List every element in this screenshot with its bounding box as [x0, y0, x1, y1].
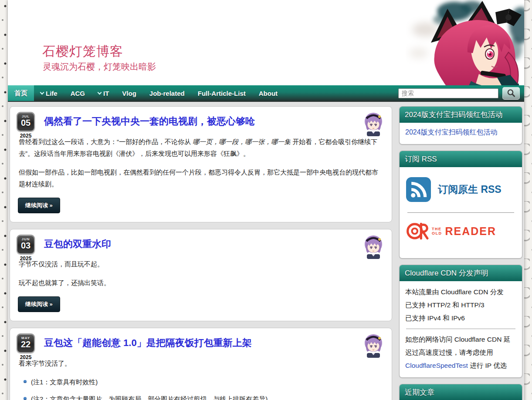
note-text: 如您的网络访问 Cloudflare CDN 延迟过高速度过慢，请考虑使用	[405, 336, 510, 356]
cloudflare-note: 如您的网络访问 Cloudflare CDN 延迟过高速度过慢，请考虑使用 Cl…	[405, 333, 516, 373]
nav-item-job-related[interactable]: Job-related	[143, 85, 191, 101]
post-title-link[interactable]: 豆包的双重水印	[44, 239, 111, 249]
post-paragraph: 但假如一部作品，比如一部电视剧，在偶然看到的任何一个片段，都恶习得令人反胃，那它…	[19, 166, 383, 190]
post-note-item: (注1：文章具有时效性)	[31, 376, 384, 388]
post-title: 豆包这「超能创意 1.0」是把隔夜饭打包重新上架	[44, 337, 352, 350]
post-card: JUL 05 2025 偶然看了一下央视中央一套的电视剧，被恶心够呛	[10, 106, 392, 222]
nav-item-label: ACG	[71, 90, 85, 97]
post-date-day: 03	[17, 241, 34, 250]
widget-body: 本站流量由 Cloudflare CDN 分发 已支持 HTTP/2 和 HTT…	[400, 281, 522, 377]
post-excerpt: 曾经看到过这么一段话，大意为：“一部好的作品，不论你从 哪一页，哪一段，哪一张，…	[18, 136, 384, 214]
calendar-icon: JUN 03	[17, 235, 35, 254]
post-note-item: (注2：文章包含大量图片。为照顾布局，部分图片有经过剪切，与线上排版有差异)	[31, 393, 384, 400]
sidebar: 2024版支付宝扫码领红包活动 2024版支付宝扫码领红包活动 订阅 RSS	[399, 106, 522, 400]
nav-item-label: Life	[46, 90, 58, 97]
widget-header: 订阅 RSS	[400, 151, 522, 167]
nav-item-label: IT	[103, 90, 109, 97]
post-date-year: 2025	[15, 255, 36, 262]
post-card: MAY 22 2025 豆包这「超能创意 1.0」是把隔夜饭打包重新上架	[10, 328, 392, 400]
nav-item-full-article-list[interactable]: Full-Article-List	[191, 85, 252, 101]
nav-item-about[interactable]: About	[252, 85, 284, 101]
site-subtitle: 灵魂沉为石樱，灯笼映出暗影	[43, 61, 156, 73]
post-paragraph: 看来字节没活了。	[19, 357, 383, 369]
chevron-down-icon	[40, 91, 44, 95]
nav-item-home[interactable]: 首页	[8, 85, 34, 101]
widget-header: Cloudflare CDN 分发声明	[400, 265, 522, 281]
post-paragraph: 玩不起也就算了，还搞出笑话。	[19, 277, 383, 289]
old-reader-link[interactable]: THE OLD READER	[405, 214, 516, 253]
post-title-link[interactable]: 豆包这「超能创意 1.0」是把隔夜饭打包重新上架	[44, 337, 252, 348]
chevron-down-icon	[98, 91, 102, 95]
post-card: JUN 03 2025 豆包的双重水印	[10, 229, 392, 322]
post-list: JUL 05 2025 偶然看了一下央视中央一套的电视剧，被恶心够呛	[10, 106, 392, 400]
nav-item-life[interactable]: Life	[34, 85, 64, 101]
nav-item-label: About	[259, 90, 278, 97]
calendar-icon: MAY 22	[17, 333, 35, 353]
author-avatar[interactable]	[363, 234, 384, 259]
old-reader-wordmark: READER	[445, 225, 497, 238]
widget-body: 2024版支付宝扫码领红包活动	[400, 123, 522, 144]
nav-item-label: Full-Article-List	[198, 90, 246, 97]
widget-body: 订阅原生 RSS THE OLD READER	[400, 167, 522, 258]
widget-alipay-promo: 2024版支付宝扫码领红包活动 2024版支付宝扫码领红包活动	[399, 106, 522, 145]
nav-item-vlog[interactable]: Vlog	[115, 85, 143, 101]
paragraph-italic-text: 哪一页，哪一段，哪一张，哪一集	[193, 138, 291, 145]
page-container: 石樱灯笼博客 灵魂沉为石樱，灯笼映出暗影	[8, 0, 524, 400]
post-date-day: 22	[17, 340, 34, 349]
nav-item-acg[interactable]: ACG	[64, 85, 91, 101]
post-paragraph: 字节不仅没活，而且玩不起。	[19, 258, 383, 270]
post-note-list: (注1：文章具有时效性) (注2：文章包含大量图片。为照顾布局，部分图片有经过剪…	[18, 376, 384, 400]
author-avatar[interactable]	[363, 111, 384, 136]
cloudflare-line: 本站流量由 Cloudflare CDN 分发	[405, 286, 516, 299]
header-anime-girl-image	[406, 0, 524, 85]
author-avatar[interactable]	[363, 333, 384, 358]
main-navbar: 首页 Life ACG IT Vlog Job-related Full-Art…	[8, 85, 524, 101]
divider	[406, 329, 515, 329]
post-date-year: 2025	[15, 133, 36, 139]
rss-subscribe-link[interactable]: 订阅原生 RSS	[405, 171, 516, 212]
site-title[interactable]: 石樱灯笼博客	[42, 43, 123, 61]
post-excerpt: 看来字节没活了。 (注1：文章具有时效性) (注2：文章包含大量图片。为照顾布局…	[18, 357, 384, 400]
post-excerpt: 字节不仅没活，而且玩不起。 玩不起也就算了，还搞出笑话。 继续阅读 »	[18, 258, 384, 313]
search-input[interactable]	[398, 88, 498, 98]
nav-item-it[interactable]: IT	[91, 85, 115, 101]
nav-item-label: 首页	[14, 89, 27, 97]
cloudflare-line: 已支持 IPv4 和 IPv6	[405, 312, 516, 325]
read-more-button[interactable]: 继续阅读 »	[18, 296, 60, 312]
post-paragraph: 曾经看到过这么一段话，大意为：“一部好的作品，不论你从 哪一页，哪一段，哪一张，…	[19, 136, 383, 159]
cloudflare-speedtest-link[interactable]: CloudflareSpeedTest	[405, 362, 468, 369]
read-more-button[interactable]: 继续阅读 »	[18, 198, 60, 213]
rss-subscribe-label: 订阅原生 RSS	[438, 183, 502, 196]
widget-rss: 订阅 RSS 订阅原生 RSS	[399, 151, 522, 259]
widget-header: 2024版支付宝扫码领红包活动	[400, 107, 522, 123]
nav-item-label: Vlog	[122, 90, 136, 97]
widget-recent-posts: 近期文章 偶然看了一下央视中央一套的电视剧，被恶心够呛 豆包的双重水印	[399, 384, 522, 400]
widget-header: 近期文章	[400, 384, 522, 400]
old-reader-old: OLD	[432, 231, 442, 235]
calendar-icon: JUL 05	[17, 112, 35, 131]
nav-item-label: Job-related	[149, 90, 185, 97]
post-date-badge: MAY 22 2025	[15, 333, 36, 360]
post-date-badge: JUL 05 2025	[15, 112, 36, 139]
post-date-year: 2025	[15, 354, 36, 360]
search-icon	[506, 88, 516, 98]
old-reader-the: THE	[432, 227, 442, 231]
widget-cloudflare: Cloudflare CDN 分发声明 本站流量由 Cloudflare CDN…	[399, 265, 522, 378]
post-date-badge: JUN 03 2025	[15, 235, 36, 262]
search-button[interactable]	[502, 87, 520, 100]
post-date-day: 05	[17, 118, 34, 128]
post-date-month: JUN	[17, 235, 34, 241]
site-header: 石樱灯笼博客 灵魂沉为石樱，灯笼映出暗影	[8, 0, 524, 85]
content-area: JUL 05 2025 偶然看了一下央视中央一套的电视剧，被恶心够呛	[8, 101, 524, 400]
post-title: 豆包的双重水印	[44, 238, 352, 251]
post-title-link[interactable]: 偶然看了一下央视中央一套的电视剧，被恶心够呛	[44, 116, 255, 127]
cloudflare-line: 已支持 HTTP/2 和 HTTP/3	[405, 299, 516, 312]
old-reader-logo-icon	[406, 222, 429, 241]
old-reader-small-text: THE OLD	[432, 227, 442, 236]
rss-icon	[406, 177, 431, 202]
divider	[407, 212, 514, 213]
alipay-promo-link[interactable]: 2024版支付宝扫码领红包活动	[405, 127, 516, 139]
paragraph-text: 曾经看到过这么一段话，大意为：“一部好的作品，不论你从	[19, 138, 193, 145]
post-title: 偶然看了一下央视中央一套的电视剧，被恶心够呛	[44, 115, 352, 128]
note-text: 进行 IP 优选	[468, 362, 507, 369]
